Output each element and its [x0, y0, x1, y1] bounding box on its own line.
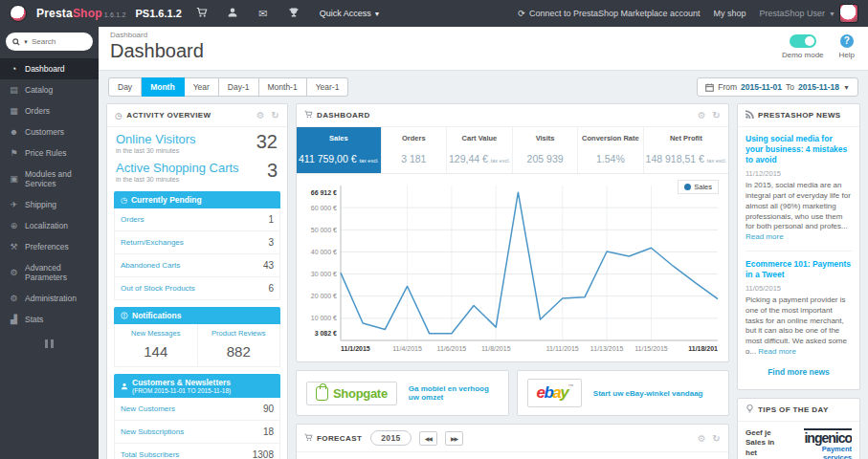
date-range-toolbar: Day Month Year Day-1 Month-1 Year-1 From… — [99, 71, 868, 101]
range-day-button[interactable]: Day — [108, 77, 142, 97]
sidebar-item-customers[interactable]: ☻Customers — [0, 121, 99, 142]
find-more-news-link[interactable]: Find more news — [746, 367, 852, 377]
wrench-icon: ⚒ — [9, 242, 19, 251]
new-messages-cell: New Messages 144 — [115, 324, 198, 366]
currently-pending-section: ◷Currently Pending Orders1 Return/Exchan… — [114, 191, 280, 300]
marketplace-link[interactable]: ⟳ Connect to PrestaShop Marketplace acco… — [518, 9, 700, 18]
range-month-button[interactable]: Month — [142, 77, 185, 97]
alert-icon — [121, 312, 128, 319]
search-icon — [12, 38, 20, 46]
forecast-year[interactable]: 2015 — [370, 430, 412, 446]
forecast-panel-title: FORECAST — [317, 434, 362, 443]
kpi-strip: Sales411 759,00 € tax excl. Orders3 181 … — [297, 127, 728, 174]
active-carts-value: 3 — [267, 160, 278, 182]
panel-settings-icon[interactable]: ⚙ — [698, 110, 706, 120]
trophy-icon[interactable] — [283, 7, 304, 20]
ebay-link[interactable]: Start uw eBay-winkel vandaag — [593, 389, 703, 398]
shopgate-banner: Shopgate Ga mobiel en verhoog uw omzet — [296, 370, 509, 416]
article-title-link[interactable]: Ecommerce 101: Payments in a Tweet — [746, 259, 852, 280]
kpi-cart-value[interactable]: Cart Value129,44 € tax excl. — [447, 127, 513, 173]
sidebar-item-modules[interactable]: ▣Modules and Services — [0, 164, 99, 194]
svg-text:11/11/2015: 11/11/2015 — [546, 345, 579, 352]
sidebar-item-price-rules[interactable]: ⚑Price Rules — [0, 142, 99, 164]
ingenico-logo: ingenico Paymentservices — [789, 428, 852, 459]
demo-mode-toggle[interactable] — [790, 34, 816, 48]
help-control: ? Help — [839, 34, 855, 59]
svg-text:3 082 €: 3 082 € — [315, 330, 337, 337]
my-shop-link[interactable]: My shop — [714, 9, 746, 18]
sidebar-item-administration[interactable]: ⚙Administration — [0, 288, 99, 309]
range-day1-button[interactable]: Day-1 — [219, 77, 259, 97]
sidebar-collapse-button[interactable] — [40, 339, 59, 348]
panel-settings-icon[interactable]: ⚙ — [698, 433, 706, 444]
kpi-net-profit[interactable]: Net Profit148 918,51 € tax excl. — [644, 127, 728, 173]
active-carts-link[interactable]: Active Shopping Carts — [116, 161, 278, 175]
brand-shop: Shop — [73, 7, 102, 20]
sidebar-item-advanced-parameters[interactable]: ⚙Advanced Parameters — [0, 257, 99, 288]
breadcrumb[interactable]: Dashboard — [110, 31, 857, 39]
lightbulb-icon — [746, 404, 754, 415]
quick-access-menu[interactable]: Quick Access ▼ — [320, 9, 380, 18]
article-title-link[interactable]: Using social media for your business: 4 … — [746, 134, 852, 165]
page-header: Dashboard Dashboard Demo mode ? Help — [99, 27, 868, 71]
modules-icon: ▣ — [9, 174, 19, 184]
panel-refresh-icon[interactable]: ↻ — [712, 110, 721, 120]
online-visitors-link[interactable]: Online Visitors — [116, 132, 278, 146]
range-year1-button[interactable]: Year-1 — [307, 77, 349, 97]
news-panel-title: PRESTASHOP NEWS — [758, 111, 841, 120]
forecast-prev-button[interactable]: ◀◀ — [419, 431, 437, 446]
sidebar-item-dashboard[interactable]: ◔Dashboard — [0, 58, 99, 79]
kpi-orders[interactable]: Orders3 181 — [382, 127, 447, 173]
user-menu[interactable]: PrestaShop User ▼ — [760, 4, 858, 23]
sidebar-item-stats[interactable]: ▟Stats — [0, 309, 99, 330]
prestashop-news-panel: PRESTASHOP NEWS Using social media for y… — [737, 103, 860, 390]
stats-icon: ▟ — [9, 315, 19, 324]
user-icon — [121, 382, 128, 390]
help-icon[interactable]: ? — [840, 34, 854, 48]
panel-refresh-icon[interactable]: ↻ — [712, 433, 721, 444]
shopgate-link[interactable]: Ga mobiel en verhoog uw omzet — [409, 384, 499, 402]
forecast-next-button[interactable]: ▶▶ — [445, 431, 463, 446]
panel-refresh-icon[interactable]: ↻ — [271, 110, 279, 120]
sidebar-item-shipping[interactable]: ✈Shipping — [0, 194, 99, 215]
orders-icon: ▦ — [9, 106, 19, 116]
kpi-conversion-rate[interactable]: Conversion Rate1.54% — [578, 127, 643, 173]
range-year-button[interactable]: Year — [185, 77, 219, 97]
panel-settings-icon[interactable]: ⚙ — [256, 110, 265, 120]
search-type-caret[interactable]: ▼ — [23, 39, 29, 45]
sidebar: ▼ ◔Dashboard ▤Catalog ▦Orders ☻Customers… — [0, 27, 99, 459]
sidebar-item-orders[interactable]: ▦Orders — [0, 100, 99, 121]
customers-icon: ☻ — [9, 127, 19, 137]
sidebar-item-preferences[interactable]: ⚒Preferences — [0, 236, 99, 257]
dashboard-panel: DASHBOARD ⚙↻ Sales411 759,00 € tax excl.… — [296, 103, 729, 362]
svg-text:11/6/2015: 11/6/2015 — [437, 345, 467, 352]
chevron-down-icon: ▼ — [843, 84, 850, 91]
kpi-sales[interactable]: Sales411 759,00 € tax excl. — [297, 127, 382, 173]
read-more-link[interactable]: Read more — [758, 347, 796, 356]
truck-icon: ✈ — [9, 200, 19, 209]
sidebar-search[interactable]: ▼ — [6, 33, 93, 51]
online-visitors-metric: Online Visitors in the last 30 minutes 3… — [107, 127, 287, 156]
range-month1-button[interactable]: Month-1 — [259, 77, 307, 97]
range-button-group: Day Month Year Day-1 Month-1 Year-1 — [108, 77, 348, 97]
demo-mode-label: Demo mode — [782, 51, 824, 59]
kpi-visits[interactable]: Visits205 939 — [513, 127, 578, 173]
product-reviews-link[interactable]: Product Reviews — [200, 329, 278, 338]
employee-icon[interactable] — [222, 7, 243, 20]
sidebar-item-catalog[interactable]: ▤Catalog — [0, 79, 99, 100]
date-range-picker[interactable]: From2015-11-01 To2015-11-18 ▼ — [697, 77, 858, 97]
read-more-link[interactable]: Read more — [746, 232, 784, 241]
messages-icon[interactable]: ✉ — [253, 8, 274, 20]
sidebar-item-localization[interactable]: ⊕Localization — [0, 215, 99, 236]
tips-of-the-day-panel: TIPS OF THE DAY Geef je Sales in het bui… — [737, 398, 860, 459]
activity-icon: ◷ — [115, 111, 122, 120]
cart-icon[interactable] — [191, 7, 212, 20]
svg-text:11/1/2015: 11/1/2015 — [341, 345, 370, 352]
dashboard-panel-title: DASHBOARD — [317, 111, 370, 120]
forecast-panel: FORECAST 2015 ◀◀ ▶▶ ⚙↻ Traffic Conversio… — [296, 424, 729, 459]
notifications-section: Notifications New Messages 144 Product R… — [114, 307, 280, 367]
row-new-subscriptions: New Subscriptions18 — [115, 421, 279, 444]
chart-legend: Sales — [678, 180, 719, 194]
new-messages-link[interactable]: New Messages — [117, 329, 195, 338]
search-input[interactable] — [32, 37, 85, 46]
